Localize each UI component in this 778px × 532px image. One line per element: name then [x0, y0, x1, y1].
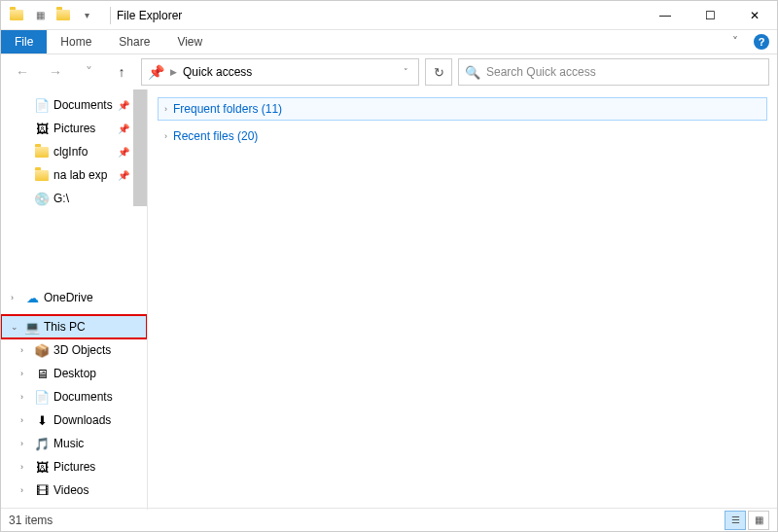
- qat-customize-icon[interactable]: ▾: [77, 6, 96, 25]
- tree-item-desktop[interactable]: › 🖥 Desktop: [1, 362, 147, 385]
- expand-icon[interactable]: ›: [20, 392, 30, 402]
- tree-gap: [1, 210, 147, 286]
- up-button[interactable]: ↑: [108, 58, 135, 86]
- tab-home[interactable]: Home: [47, 30, 105, 53]
- expand-icon[interactable]: ›: [20, 415, 30, 425]
- search-icon: 🔍: [465, 65, 480, 80]
- close-button[interactable]: ✕: [732, 1, 777, 30]
- view-large-icons-button[interactable]: ▦: [748, 511, 769, 530]
- chevron-right-icon: ›: [164, 104, 167, 114]
- tree-label: 3D Objects: [53, 343, 111, 357]
- body: 📄 Documents 📌 🖼 Pictures 📌 clgInfo 📌 na …: [1, 89, 777, 510]
- back-button[interactable]: ←: [9, 58, 36, 86]
- tree-label: Documents: [53, 98, 113, 112]
- tree-label: Desktop: [53, 367, 96, 380]
- tree-label: clgInfo: [53, 145, 88, 159]
- tree-label: OneDrive: [44, 291, 93, 304]
- document-icon: 📄: [34, 389, 50, 405]
- app-icon: [9, 8, 24, 23]
- qat-newfolder-icon[interactable]: [53, 6, 73, 25]
- folder-icon: [34, 167, 50, 183]
- tree-label: Videos: [53, 483, 88, 497]
- address-dropdown-icon[interactable]: ˅: [400, 67, 412, 77]
- ribbon-bar: File Home Share View ˅ ?: [1, 30, 777, 54]
- forward-button[interactable]: →: [42, 58, 69, 86]
- breadcrumb[interactable]: Quick access: [183, 65, 252, 79]
- expand-icon[interactable]: ›: [20, 369, 30, 378]
- refresh-button[interactable]: ↻: [425, 58, 452, 86]
- expand-icon[interactable]: ›: [11, 293, 20, 302]
- tab-view[interactable]: View: [163, 30, 216, 53]
- tree-item-pictures2[interactable]: › 🖼 Pictures: [1, 455, 147, 479]
- tree: 📄 Documents 📌 🖼 Pictures 📌 clgInfo 📌 na …: [1, 89, 147, 506]
- tree-item-nalabexp[interactable]: na lab exp 📌: [1, 163, 147, 187]
- group-frequent-folders[interactable]: › Frequent folders (11): [158, 97, 767, 121]
- recent-locations-button[interactable]: ˅: [75, 58, 102, 86]
- tree-label: Documents: [53, 390, 113, 404]
- video-icon: 🎞: [34, 482, 50, 498]
- file-tab[interactable]: File: [1, 30, 47, 53]
- tree-item-pictures[interactable]: 🖼 Pictures 📌: [1, 117, 147, 140]
- folder-icon: [34, 144, 50, 160]
- help-button[interactable]: ?: [750, 30, 773, 53]
- tree-item-downloads[interactable]: › ⬇ Downloads: [1, 408, 147, 432]
- tree-item-thispc[interactable]: ⌄ 💻 This PC: [1, 315, 147, 338]
- quick-access-toolbar: ▦ ▾: [30, 6, 96, 25]
- expand-icon[interactable]: ›: [20, 462, 30, 472]
- 3dobjects-icon: 📦: [34, 342, 50, 358]
- tree-item-documents2[interactable]: › 📄 Documents: [1, 385, 147, 408]
- cloud-icon: ☁: [24, 290, 40, 305]
- content-area: › Frequent folders (11) › Recent files (…: [147, 89, 777, 510]
- search-box[interactable]: 🔍: [458, 58, 769, 86]
- scroll-thumb[interactable]: [133, 89, 147, 206]
- group-label: Recent files (20): [173, 129, 258, 143]
- pin-icon: 📌: [118, 170, 129, 181]
- search-input[interactable]: [486, 65, 762, 79]
- maximize-button[interactable]: ☐: [688, 1, 732, 30]
- chevron-right-icon: ›: [164, 131, 167, 141]
- tree-item-clginfo[interactable]: clgInfo 📌: [1, 140, 147, 163]
- tree-label: G:\: [53, 192, 69, 205]
- tree-item-onedrive[interactable]: › ☁ OneDrive: [1, 286, 147, 309]
- navpane-scrollbar[interactable]: [133, 89, 147, 510]
- tree-label: Pictures: [53, 460, 95, 474]
- collapse-icon[interactable]: ⌄: [11, 322, 20, 332]
- collapse-ribbon-icon[interactable]: ˅: [721, 30, 750, 53]
- minimize-button[interactable]: —: [643, 1, 688, 30]
- tree-label: This PC: [44, 320, 86, 334]
- expand-icon[interactable]: ›: [20, 439, 30, 448]
- help-icon: ?: [754, 34, 769, 50]
- tree-label: na lab exp: [53, 168, 107, 182]
- pictures-icon: 🖼: [34, 459, 50, 475]
- window-title: File Explorer: [117, 9, 182, 22]
- tree-label: Downloads: [53, 413, 111, 427]
- status-item-count: 31 items: [9, 514, 53, 527]
- pc-icon: 💻: [24, 319, 40, 335]
- download-icon: ⬇: [34, 412, 50, 428]
- breadcrumb-separator-icon[interactable]: ▶: [170, 67, 177, 77]
- music-icon: 🎵: [34, 436, 50, 451]
- view-details-button[interactable]: ☰: [725, 511, 746, 530]
- group-recent-files[interactable]: › Recent files (20): [158, 124, 767, 148]
- tree-item-videos[interactable]: › 🎞 Videos: [1, 479, 147, 502]
- qat-properties-icon[interactable]: ▦: [30, 6, 50, 25]
- expand-icon[interactable]: ›: [20, 485, 30, 495]
- pin-icon: 📌: [118, 124, 129, 134]
- tree-item-documents[interactable]: 📄 Documents 📌: [1, 93, 147, 117]
- tree-item-3dobjects[interactable]: › 📦 3D Objects: [1, 338, 147, 362]
- tree-item-music[interactable]: › 🎵 Music: [1, 432, 147, 455]
- pictures-icon: 🖼: [34, 121, 50, 136]
- drive-icon: 💿: [34, 191, 50, 206]
- navigation-pane: 📄 Documents 📌 🖼 Pictures 📌 clgInfo 📌 na …: [1, 89, 147, 510]
- tree-label: Music: [53, 437, 84, 450]
- expand-icon[interactable]: ›: [20, 345, 30, 355]
- document-icon: 📄: [34, 97, 50, 113]
- pin-icon: 📌: [118, 147, 129, 158]
- tree-label: Pictures: [53, 122, 95, 135]
- tab-share[interactable]: Share: [105, 30, 163, 53]
- address-bar[interactable]: 📌 ▶ Quick access ˅: [141, 58, 419, 86]
- tree-item-g-drive[interactable]: 💿 G:\: [1, 187, 147, 210]
- group-label: Frequent folders (11): [173, 102, 282, 116]
- quickaccess-pin-icon: 📌: [148, 64, 164, 80]
- status-bar: 31 items ☰ ▦: [1, 508, 777, 531]
